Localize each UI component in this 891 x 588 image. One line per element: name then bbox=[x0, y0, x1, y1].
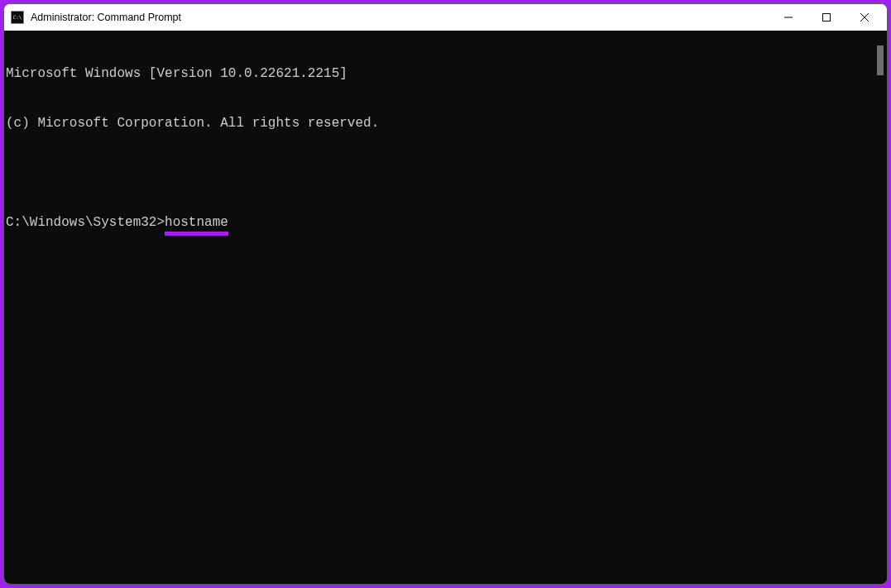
terminal-command: hostname bbox=[165, 215, 228, 230]
maximize-button[interactable] bbox=[807, 4, 845, 31]
terminal-line-copyright: (c) Microsoft Corporation. All rights re… bbox=[6, 115, 872, 131]
maximize-icon bbox=[822, 13, 831, 22]
svg-rect-1 bbox=[823, 14, 831, 22]
close-icon bbox=[860, 13, 869, 22]
minimize-icon bbox=[784, 13, 793, 22]
terminal-content[interactable]: Microsoft Windows [Version 10.0.22621.22… bbox=[4, 31, 874, 584]
close-button[interactable] bbox=[845, 4, 884, 31]
terminal-command-wrap: hostname bbox=[165, 214, 228, 231]
terminal-blank-line bbox=[6, 165, 872, 181]
window-title: Administrator: Command Prompt bbox=[31, 12, 769, 23]
terminal-area[interactable]: Microsoft Windows [Version 10.0.22621.22… bbox=[4, 31, 887, 584]
command-highlight-underline bbox=[165, 232, 228, 236]
terminal-prompt-line: C:\Windows\System32>hostname bbox=[6, 214, 872, 231]
window-controls bbox=[769, 4, 884, 31]
scrollbar-thumb[interactable] bbox=[877, 45, 884, 75]
terminal-line-version: Microsoft Windows [Version 10.0.22621.22… bbox=[6, 65, 872, 82]
cmd-icon bbox=[11, 11, 24, 24]
command-prompt-window: Administrator: Command Prompt Mi bbox=[3, 3, 888, 585]
minimize-button[interactable] bbox=[769, 4, 807, 31]
titlebar[interactable]: Administrator: Command Prompt bbox=[4, 4, 887, 31]
terminal-scrollbar[interactable] bbox=[874, 31, 887, 584]
terminal-prompt: C:\Windows\System32> bbox=[6, 214, 165, 231]
